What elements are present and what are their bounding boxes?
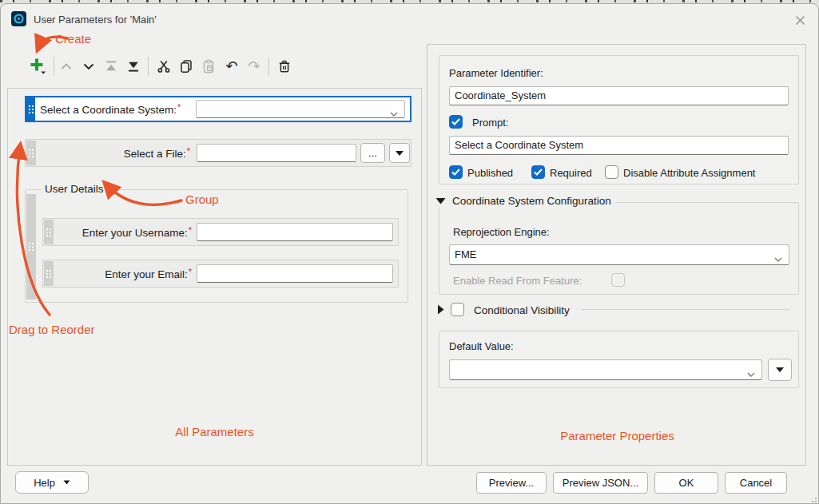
disable-attribute-assignment-label: Disable Attribute Assignment: [623, 167, 755, 179]
required-checkbox[interactable]: [531, 165, 545, 179]
ok-button[interactable]: OK: [654, 472, 718, 494]
move-to-bottom-icon[interactable]: [122, 55, 145, 77]
coordinate-system-select[interactable]: [196, 100, 405, 118]
caret-down-icon: [63, 480, 70, 485]
required-asterisk: *: [177, 102, 181, 112]
parameter-label-text: Select a File:: [124, 148, 186, 160]
username-input[interactable]: [197, 223, 393, 241]
prompt-input[interactable]: Select a Coordinate System: [449, 136, 789, 155]
preview-json-label: Preview JSON...: [563, 477, 638, 489]
default-value-select[interactable]: [449, 359, 762, 380]
section-rule: [581, 309, 789, 310]
all-parameters-caption: All Parameters: [7, 425, 422, 439]
browse-label: ...: [368, 147, 377, 159]
toolbar-separator: [268, 57, 269, 76]
prompt-checkbox[interactable]: [449, 115, 463, 129]
browse-button[interactable]: ...: [360, 143, 385, 163]
drag-handle[interactable]: [44, 261, 54, 286]
chevron-down-icon: [747, 367, 755, 379]
help-button[interactable]: Help: [15, 471, 89, 494]
chevron-down-icon: [774, 252, 782, 264]
preview-button[interactable]: Preview...: [476, 472, 547, 494]
file-input[interactable]: [197, 144, 356, 162]
required-asterisk: *: [189, 225, 192, 235]
reprojection-engine-value: FME: [455, 248, 476, 260]
redo-glyph: ↷: [248, 58, 260, 75]
move-to-top-icon[interactable]: [100, 55, 122, 77]
email-input[interactable]: [197, 264, 393, 283]
screen: User Parameters for 'Main': [0, 0, 819, 504]
redo-icon[interactable]: ↷: [243, 55, 265, 77]
parameter-properties-caption: Parameter Properties: [427, 429, 807, 442]
coordinate-config-header[interactable]: Coordinate System Configuration: [435, 195, 616, 207]
coordinate-config-title: Coordinate System Configuration: [452, 195, 611, 207]
copy-icon[interactable]: [175, 55, 197, 77]
enable-read-from-feature-checkbox: [611, 273, 625, 287]
file-dropdown-button[interactable]: [389, 143, 410, 163]
required-label: Required: [550, 167, 592, 179]
undo-icon[interactable]: ↶: [221, 55, 243, 77]
prompt-label: Prompt:: [472, 117, 509, 129]
cut-icon[interactable]: [153, 55, 175, 77]
parameter-label: Select a File:*: [50, 146, 190, 160]
published-label: Published: [467, 167, 513, 179]
parameter-properties-panel: Parameter Identifier: Coordinate_System …: [427, 44, 806, 466]
required-asterisk: *: [189, 267, 192, 276]
parameter-label-text: Select a Coordinate System:: [40, 104, 177, 116]
resize-grip[interactable]: [809, 498, 818, 504]
published-checkbox[interactable]: [449, 165, 463, 179]
user-parameters-dialog: User Parameters for 'Main': [0, 3, 819, 504]
reprojection-engine-label: Reprojection Engine:: [453, 226, 550, 238]
enable-read-from-feature-label: Enable Read From Feature:: [453, 275, 582, 287]
parameter-label-text: Enter your Username:: [82, 227, 188, 239]
group-drag-handle[interactable]: [26, 194, 36, 300]
default-value-label: Default Value:: [449, 340, 514, 352]
parameter-row-coordinate-system[interactable]: Select a Coordinate System:*: [25, 96, 411, 122]
preview-label: Preview...: [489, 477, 534, 489]
ok-label: OK: [679, 477, 694, 489]
parameter-identifier-label: Parameter Identifier:: [449, 67, 543, 79]
move-down-icon[interactable]: [78, 55, 100, 77]
drag-to-reorder-annotation: Drag to Reorder: [9, 323, 95, 336]
triangle-down-icon: [435, 197, 446, 204]
reprojection-engine-select[interactable]: FME: [449, 244, 789, 265]
cancel-button[interactable]: Cancel: [725, 472, 787, 494]
drag-handle[interactable]: [44, 220, 54, 244]
window-title: User Parameters for 'Main': [34, 14, 157, 26]
conditional-visibility-checkbox[interactable]: [451, 303, 464, 316]
parameter-label: Enter your Username:*: [54, 225, 192, 239]
move-up-icon[interactable]: [55, 55, 78, 77]
disable-attribute-assignment-checkbox[interactable]: [605, 165, 618, 179]
group-legend: User Details: [41, 183, 108, 195]
triangle-right-icon: [437, 304, 444, 315]
default-value-dropdown-button[interactable]: [768, 359, 792, 381]
chevron-down-icon: [390, 107, 398, 119]
preview-json-button[interactable]: Preview JSON...: [553, 472, 648, 494]
conditional-visibility-header[interactable]: [437, 304, 449, 315]
parameter-label-text: Enter your Email:: [105, 268, 188, 280]
parameter-label: Enter your Email:*: [54, 267, 192, 280]
close-icon[interactable]: [789, 10, 811, 30]
parameter-row-file[interactable]: Select a File:* ...: [25, 139, 411, 167]
delete-icon[interactable]: [273, 55, 296, 77]
paste-icon[interactable]: [197, 55, 220, 77]
undo-glyph: ↶: [225, 58, 237, 75]
parameter-row-email[interactable]: Enter your Email:*: [42, 260, 399, 288]
toolbar-separator: [54, 57, 54, 76]
parameter-row-username[interactable]: Enter your Username:*: [42, 218, 399, 246]
help-label: Help: [34, 477, 55, 489]
drag-handle[interactable]: [26, 141, 36, 165]
cancel-label: Cancel: [740, 477, 772, 489]
create-annotation: Create: [55, 32, 91, 46]
group-annotation: Group: [185, 192, 219, 206]
parameter-label: Select a Coordinate System:*: [40, 102, 181, 116]
add-parameter-button[interactable]: [26, 55, 51, 77]
fme-app-icon: [11, 11, 26, 26]
toolbar-separator: [148, 57, 149, 76]
conditional-visibility-label: Conditional Visibility: [474, 304, 570, 316]
required-asterisk: *: [187, 146, 190, 156]
drag-handle[interactable]: [26, 97, 35, 121]
parameter-identifier-input[interactable]: Coordinate_System: [449, 86, 789, 105]
